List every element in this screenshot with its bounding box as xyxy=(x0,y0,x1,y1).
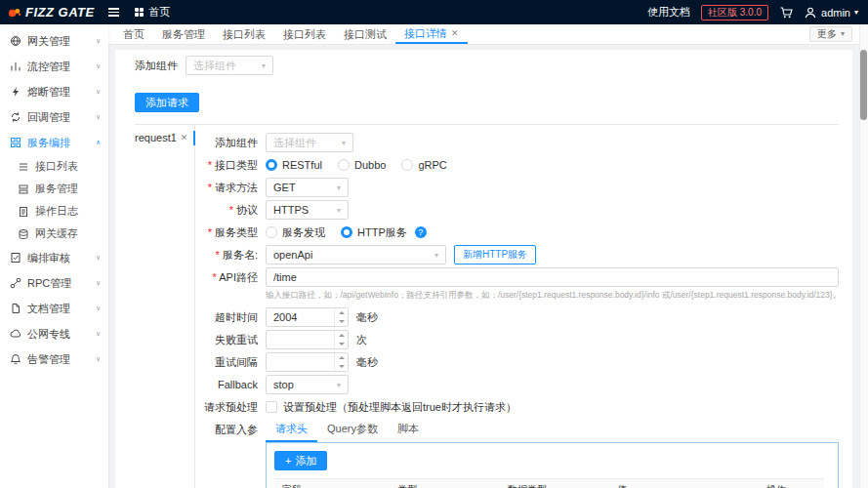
add-component-row: 添加组件 选择组件 ▾ xyxy=(135,56,839,75)
sidebar-subitem-operation-log[interactable]: 操作日志 xyxy=(0,200,108,223)
step-up-icon[interactable] xyxy=(335,308,348,317)
service-name-select[interactable]: openApi ▾ xyxy=(266,245,446,264)
cart-icon[interactable] xyxy=(779,6,793,20)
sidebar-item-circuitbreak-mgmt[interactable]: 熔断管理 ∨ xyxy=(0,79,108,104)
radio-label: RESTful xyxy=(282,159,322,171)
component-select[interactable]: 选择组件 ▾ xyxy=(186,56,273,75)
sidebar-item-callback-mgmt[interactable]: 回调管理 ∨ xyxy=(0,104,108,130)
sidebar-subitem-service-mgmt[interactable]: 服务管理 xyxy=(0,178,108,200)
api-path-input[interactable] xyxy=(266,267,839,287)
sidebar-item-orchestration-audit[interactable]: 编排审核 ∨ xyxy=(0,245,108,270)
chevron-down-icon: ∨ xyxy=(96,305,101,312)
home-button[interactable]: 首页 xyxy=(135,5,171,20)
step-up-icon[interactable] xyxy=(335,331,348,340)
step-down-icon[interactable] xyxy=(335,317,348,326)
tab-service-mgmt[interactable]: 服务管理 xyxy=(153,24,214,44)
col-value: 值 xyxy=(610,479,759,488)
page-tabbar: 首页 服务管理 接口列表 接口列表 接口测试 接口详情 ✕ 更多 ▾ xyxy=(108,24,868,45)
sidebar-subitem-label: 接口列表 xyxy=(35,159,78,174)
sidebar-item-gateway-mgmt[interactable]: 网关管理 ∨ xyxy=(0,28,108,54)
sidebar-subitem-interface-list[interactable]: 接口列表 xyxy=(0,155,108,178)
globe-icon xyxy=(10,35,21,47)
stepper-handles xyxy=(334,308,348,326)
tab-interface-list-2[interactable]: 接口列表 xyxy=(274,24,335,44)
step-up-icon[interactable] xyxy=(335,353,348,362)
radio-grpc[interactable]: gRPC xyxy=(401,159,446,171)
help-icon[interactable]: ? xyxy=(415,226,427,238)
radio-dubbo[interactable]: Dubbo xyxy=(338,159,386,171)
sidebar-item-public-line[interactable]: 公网专线 ∨ xyxy=(0,321,108,346)
new-http-service-button[interactable]: 新增HTTP服务 xyxy=(454,245,536,264)
field-label: 配置入参 xyxy=(201,420,258,437)
fallback-select-value: stop xyxy=(273,379,294,390)
params-table-header-row: 字段 类型 数据类型 值 操作 xyxy=(274,479,824,488)
sidebar-item-rpc-mgmt[interactable]: RPC管理 ∨ xyxy=(0,270,108,296)
tab-request-headers[interactable]: 请求头 xyxy=(266,420,317,442)
menu-collapse-icon[interactable] xyxy=(108,8,119,17)
chevron-down-icon: ▾ xyxy=(854,9,858,17)
close-icon[interactable]: ✕ xyxy=(451,24,459,43)
request-form: 添加组件 选择组件 ▾ 接口类型 RESTful Dubbo xyxy=(195,125,839,488)
radio-restful[interactable]: RESTful xyxy=(266,159,322,171)
close-icon[interactable]: ✕ xyxy=(181,133,188,142)
chevron-down-icon: ▾ xyxy=(337,183,341,192)
step-down-icon[interactable] xyxy=(335,362,348,371)
fallback-select[interactable]: stop ▾ xyxy=(266,375,349,394)
field-label: Fallback xyxy=(201,379,258,390)
sidebar-item-flowcontrol-mgmt[interactable]: 流控管理 ∨ xyxy=(0,54,108,79)
scrollbar-thumb[interactable] xyxy=(860,50,867,120)
radio-label: HTTP服务 xyxy=(357,225,407,240)
api-path-help-text: 输入接口路径，如：/api/getWebInfo；路径支持引用参数，如：/use… xyxy=(266,290,839,302)
field-label: 失败重试 xyxy=(201,333,258,347)
request-tab-label: request1 xyxy=(135,132,177,143)
method-select-value: GET xyxy=(273,182,296,193)
sidebar-item-service-orchestration[interactable]: 服务编排 ∧ xyxy=(0,130,108,155)
col-type: 类型 xyxy=(390,479,500,488)
preprocess-checkbox[interactable] xyxy=(266,401,277,413)
protocol-select[interactable]: HTTPS ▾ xyxy=(266,200,349,220)
tab-interface-test[interactable]: 接口测试 xyxy=(335,24,395,44)
list-icon xyxy=(18,161,29,173)
sidebar-subitem-gateway-cache[interactable]: 网关缓存 xyxy=(0,223,108,245)
chevron-down-icon: ▾ xyxy=(337,381,341,389)
form-row-method: 请求方法 GET ▾ xyxy=(201,178,839,197)
form-row-fallback: Fallback stop ▾ xyxy=(201,375,839,394)
radio-http-service[interactable]: HTTP服务 xyxy=(341,225,407,240)
form-component-select[interactable]: 选择组件 ▾ xyxy=(266,133,353,152)
step-down-icon[interactable] xyxy=(335,340,348,348)
radio-label: Dubbo xyxy=(354,159,386,171)
request-tab[interactable]: request1 ✕ xyxy=(135,132,194,143)
form-row-service-name: 服务名: openApi ▾ 新增HTTP服务 xyxy=(201,245,839,264)
chevron-down-icon: ∨ xyxy=(96,355,101,363)
add-request-label: 添加请求 xyxy=(145,96,188,110)
timeout-unit: 毫秒 xyxy=(356,310,378,325)
tab-interface-list-1[interactable]: 接口列表 xyxy=(214,24,274,44)
sidebar-item-doc-mgmt[interactable]: 文档管理 ∨ xyxy=(0,296,108,321)
logo[interactable]: FIZZ GATE xyxy=(8,5,95,20)
add-request-button[interactable]: 添加请求 xyxy=(135,93,199,112)
add-param-button[interactable]: + 添加 xyxy=(274,451,327,470)
retry-unit: 次 xyxy=(356,333,367,347)
request-area: request1 ✕ 添加组件 选择组件 ▾ xyxy=(135,125,839,488)
method-select[interactable]: GET ▾ xyxy=(266,178,349,197)
tab-label: 首页 xyxy=(123,25,145,44)
content: 添加组件 选择组件 ▾ 添加请求 requ xyxy=(108,45,868,488)
field-label: 接口类型 xyxy=(201,158,258,173)
more-tabs-button[interactable]: 更多 ▾ xyxy=(809,26,852,42)
docs-link[interactable]: 使用文档 xyxy=(647,5,690,20)
field-label: API路径 xyxy=(201,270,258,285)
sidebar-item-alert-mgmt[interactable]: 告警管理 ∨ xyxy=(0,346,108,372)
radio-service-discovery[interactable]: 服务发现 xyxy=(266,225,325,240)
tab-query-params[interactable]: Query参数 xyxy=(317,420,388,442)
vertical-scrollbar[interactable] xyxy=(859,24,868,488)
tab-script[interactable]: 脚本 xyxy=(388,420,429,442)
preprocess-checkbox-label: 设置预处理（预处理脚本返回true时才执行请求） xyxy=(283,400,517,415)
version-button[interactable]: 社区版 3.0.0 xyxy=(701,5,768,20)
tab-home[interactable]: 首页 xyxy=(114,24,153,44)
form-row-timeout: 超时时间 毫秒 xyxy=(201,307,839,327)
tab-interface-detail[interactable]: 接口详情 ✕ xyxy=(395,24,468,44)
service-name-select-value: openApi xyxy=(273,249,312,261)
link-icon xyxy=(10,277,21,289)
user-menu[interactable]: admin ▾ xyxy=(804,6,858,20)
radio-label: 服务发现 xyxy=(282,225,325,240)
